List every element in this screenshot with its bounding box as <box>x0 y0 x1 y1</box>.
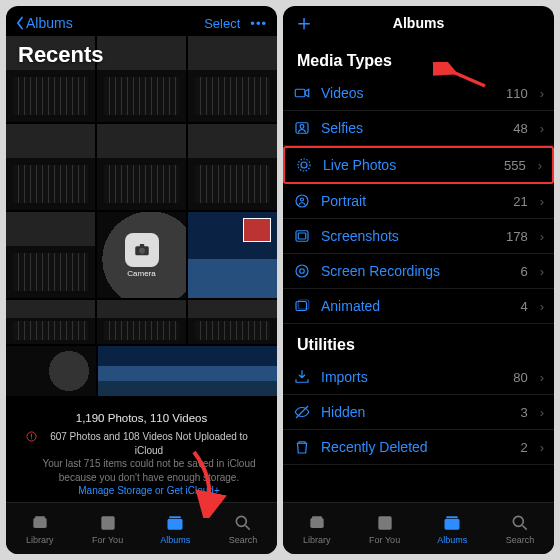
camera-label: Camera <box>127 269 155 278</box>
tab-albums[interactable]: Albums <box>419 503 487 554</box>
heart-square-icon <box>98 513 118 533</box>
warning-icon <box>26 431 37 442</box>
svg-rect-8 <box>101 516 114 529</box>
svg-rect-14 <box>295 89 305 97</box>
photo-thumb[interactable] <box>188 212 277 298</box>
svg-point-17 <box>301 162 307 168</box>
media-row-portrait[interactable]: Portrait 21 › <box>283 184 554 219</box>
tab-bar: Library For You Albums Search <box>6 502 277 554</box>
tab-foryou[interactable]: For You <box>74 503 142 554</box>
more-button[interactable]: ••• <box>250 16 267 31</box>
hidden-icon <box>293 403 311 421</box>
tab-library[interactable]: Library <box>6 503 74 554</box>
media-row-videos[interactable]: Videos 110 › <box>283 76 554 111</box>
photo-thumb[interactable] <box>6 124 95 210</box>
import-icon <box>293 368 311 386</box>
photo-thumb-small[interactable] <box>98 346 277 396</box>
svg-rect-30 <box>378 516 391 529</box>
add-button[interactable]: ＋ <box>293 12 315 34</box>
svg-rect-4 <box>31 434 32 438</box>
chevron-right-icon: › <box>540 194 544 209</box>
navbar: Albums Select ••• <box>6 6 277 34</box>
navbar: ＋ Albums <box>283 6 554 40</box>
photo-thumb[interactable] <box>97 36 186 122</box>
svg-rect-5 <box>31 438 32 439</box>
animated-icon <box>293 297 311 315</box>
media-row-livephotos[interactable]: Live Photos 555 › <box>283 146 554 184</box>
svg-point-24 <box>300 269 305 274</box>
svg-rect-7 <box>35 516 45 518</box>
photo-thumb[interactable] <box>6 212 95 298</box>
util-row-imports[interactable]: Imports 80 › <box>283 360 554 395</box>
chevron-right-icon: › <box>538 158 542 173</box>
svg-rect-9 <box>168 518 183 529</box>
icloud-warning: 607 Photos and 108 Videos Not Uploaded t… <box>6 428 277 498</box>
library-icon <box>307 513 327 533</box>
chevron-right-icon: › <box>540 299 544 314</box>
util-row-deleted[interactable]: Recently Deleted 2 › <box>283 430 554 465</box>
svg-rect-2 <box>139 244 144 247</box>
camera-icon <box>125 233 159 267</box>
svg-point-11 <box>236 516 246 526</box>
livephoto-icon <box>295 156 313 174</box>
tab-library[interactable]: Library <box>283 503 351 554</box>
svg-rect-32 <box>447 516 459 518</box>
tab-foryou[interactable]: For You <box>351 503 419 554</box>
photo-grid: Camera <box>6 36 277 344</box>
svg-line-34 <box>523 525 527 529</box>
svg-rect-22 <box>298 233 306 239</box>
warn-sub: Your last 715 items could not be saved i… <box>41 457 257 484</box>
tab-bar: Library For You Albums Search <box>283 502 554 554</box>
albums-icon <box>165 513 185 533</box>
tab-search[interactable]: Search <box>209 503 277 554</box>
chevron-right-icon: › <box>540 229 544 244</box>
heart-square-icon <box>375 513 395 533</box>
trash-icon <box>293 438 311 456</box>
svg-rect-6 <box>33 518 46 528</box>
chevron-right-icon: › <box>540 86 544 101</box>
select-button[interactable]: Select <box>204 16 240 31</box>
page-title: Recents <box>18 42 104 68</box>
search-icon <box>510 513 530 533</box>
manage-storage-link[interactable]: Manage Storage or Get iCloud+ <box>78 485 219 496</box>
chevron-right-icon: › <box>540 370 544 385</box>
screenshot-icon <box>293 227 311 245</box>
photo-thumb[interactable] <box>6 300 95 344</box>
tab-albums[interactable]: Albums <box>142 503 210 554</box>
albums-icon <box>442 513 462 533</box>
photo-thumb[interactable] <box>188 36 277 122</box>
section-media-types: Media Types <box>283 40 554 76</box>
util-row-hidden[interactable]: Hidden 3 › <box>283 395 554 430</box>
photo-thumb[interactable] <box>188 124 277 210</box>
media-row-animated[interactable]: Animated 4 › <box>283 289 554 324</box>
photo-thumb[interactable] <box>97 124 186 210</box>
svg-line-12 <box>246 525 250 529</box>
media-row-screenshots[interactable]: Screenshots 178 › <box>283 219 554 254</box>
chevron-right-icon: › <box>540 405 544 420</box>
warn-title: 607 Photos and 108 Videos Not Uploaded t… <box>50 431 248 456</box>
photo-thumb[interactable] <box>97 300 186 344</box>
section-utilities: Utilities <box>283 324 554 360</box>
phone-right-albums: ＋ Albums Media Types Videos 110 › Selfie… <box>283 6 554 554</box>
media-row-screenrec[interactable]: Screen Recordings 6 › <box>283 254 554 289</box>
video-icon <box>293 84 311 102</box>
svg-point-33 <box>513 516 523 526</box>
back-label: Albums <box>26 15 73 31</box>
selfie-icon <box>293 119 311 137</box>
phone-left-recents: Albums Select ••• Recents Camera 1,190 P… <box>6 6 277 554</box>
svg-point-16 <box>300 125 304 129</box>
photo-thumb[interactable] <box>188 300 277 344</box>
svg-point-18 <box>298 159 310 171</box>
library-icon <box>30 513 50 533</box>
svg-point-20 <box>301 198 304 201</box>
svg-rect-29 <box>312 516 322 518</box>
chevron-right-icon: › <box>540 121 544 136</box>
back-button[interactable]: Albums <box>14 15 73 31</box>
chevron-left-icon <box>14 16 26 30</box>
tab-search[interactable]: Search <box>486 503 554 554</box>
photo-thumb-camera[interactable]: Camera <box>97 212 186 298</box>
chevron-right-icon: › <box>540 440 544 455</box>
media-row-selfies[interactable]: Selfies 48 › <box>283 111 554 146</box>
svg-point-1 <box>139 247 145 253</box>
photo-thumb-small[interactable] <box>6 346 96 396</box>
